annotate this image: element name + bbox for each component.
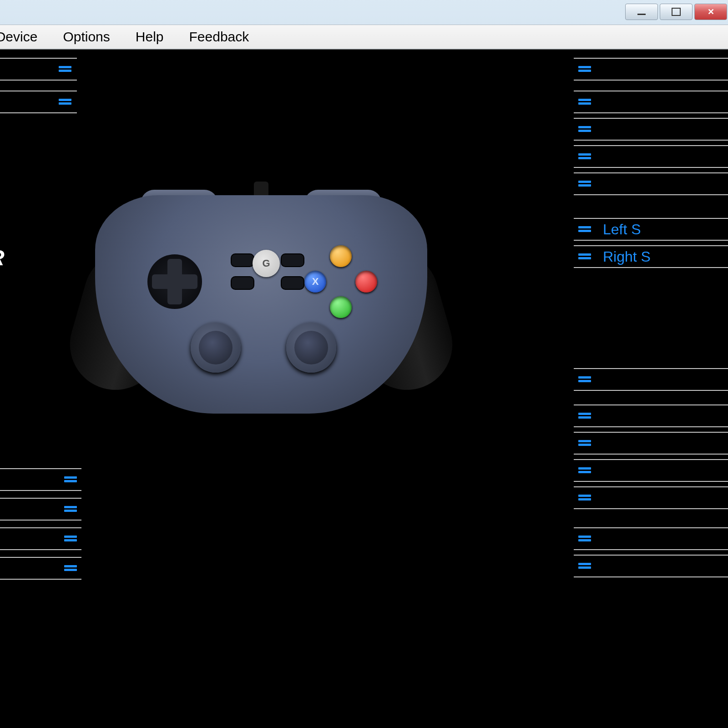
marker-icon (64, 536, 77, 542)
right-b-row-1[interactable] (574, 368, 728, 391)
select-device-row[interactable]: Device (0, 58, 77, 81)
marker-icon (578, 126, 591, 132)
gamepad-left-stick (191, 323, 241, 373)
close-button[interactable] (694, 4, 727, 20)
marker-icon (578, 181, 591, 187)
right-row-left-shoulder[interactable]: Left S (574, 218, 728, 241)
branding-block: FILER gitech. (0, 245, 81, 351)
left-shoulder-label: Left S (594, 221, 641, 238)
gamepad-a-button (330, 296, 352, 318)
marker-icon (578, 536, 591, 542)
gamepad-face-buttons: X (304, 245, 377, 318)
maximize-button[interactable] (660, 4, 693, 20)
axis-row-left-x[interactable]: X-Axis (0, 468, 81, 491)
axis-row-left-y[interactable]: Y-Axis (0, 498, 81, 521)
menubar: Edit Device Options Help Feedback (0, 25, 728, 49)
right-shoulder-label: Right S (594, 248, 651, 265)
marker-icon (578, 66, 591, 72)
gamepad-b-button (355, 271, 377, 293)
right-row-4[interactable] (574, 145, 728, 168)
marker-icon (578, 413, 591, 419)
app-window: Profiler Edit Device Options Help Feedba… (0, 0, 728, 728)
gamepad-body (95, 195, 427, 414)
right-row-right-shoulder[interactable]: Right S (574, 245, 728, 268)
menu-feedback[interactable]: Feedback (183, 27, 256, 46)
marker-icon (578, 253, 591, 260)
marker-icon (578, 153, 591, 160)
marker-icon (578, 440, 591, 446)
marker-icon (578, 467, 591, 474)
marker-icon (578, 563, 591, 569)
client-area: Device Game Left S Right S X-Axis Y-Axis… (0, 49, 728, 728)
menu-options[interactable]: Options (56, 27, 116, 46)
gamepad-vibration-button (282, 277, 303, 289)
gamepad-image: X G (95, 195, 427, 414)
gamepad-mode-button (232, 277, 253, 289)
right-b-row-6[interactable] (574, 527, 728, 550)
gamepad-x-button: X (304, 271, 326, 293)
right-b-row-2[interactable] (574, 404, 728, 427)
right-row-5[interactable] (574, 172, 728, 195)
right-b-row-5[interactable] (574, 486, 728, 509)
titlebar: Profiler (0, 0, 728, 25)
gamepad-dpad (147, 254, 202, 309)
marker-icon (64, 476, 77, 483)
right-row-3[interactable] (574, 118, 728, 141)
select-game-row[interactable]: Game (0, 91, 77, 113)
gamepad-back-button (232, 254, 253, 266)
dropdown-icon (59, 66, 71, 72)
profiler-word: FILER (0, 245, 81, 270)
dropdown-icon (59, 99, 71, 105)
marker-icon (64, 565, 77, 571)
menu-device[interactable]: Device (0, 27, 44, 46)
gamepad-home-button: G (253, 250, 280, 277)
right-b-row-7[interactable] (574, 555, 728, 577)
right-b-row-3[interactable] (574, 432, 728, 455)
minimize-button[interactable] (625, 4, 658, 20)
axis-row-right-y[interactable]: Y-Axis (0, 557, 81, 580)
marker-icon (578, 226, 591, 233)
marker-icon (578, 99, 591, 105)
gamepad-y-button (330, 245, 352, 267)
gamepad-start-button (282, 254, 303, 266)
marker-icon (578, 495, 591, 501)
right-b-row-4[interactable] (574, 459, 728, 482)
right-row-1[interactable] (574, 58, 728, 81)
marker-icon (578, 376, 591, 383)
right-row-2[interactable] (574, 91, 728, 113)
window-controls (625, 4, 727, 20)
gamepad-right-stick (286, 323, 336, 373)
axis-row-right-x[interactable]: X-Axis (0, 527, 81, 550)
marker-icon (64, 506, 77, 512)
menu-help[interactable]: Help (129, 27, 170, 46)
